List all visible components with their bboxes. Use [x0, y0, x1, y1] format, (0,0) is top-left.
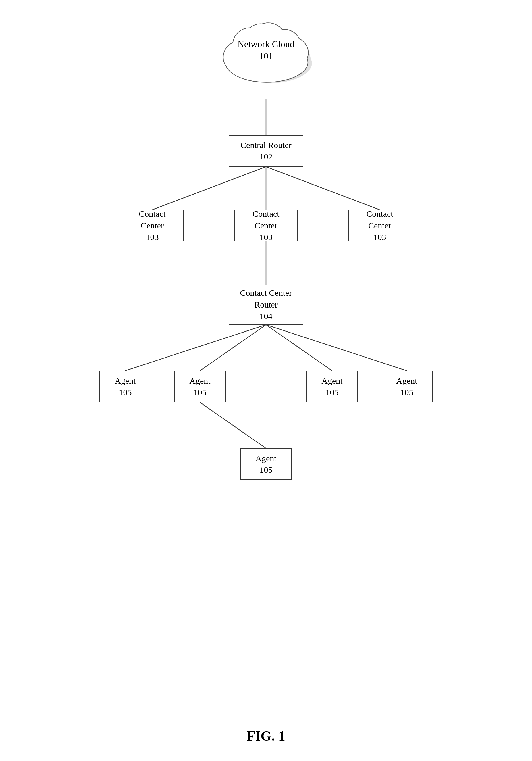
svg-line-8 — [266, 325, 407, 371]
agent-center-left-box: Agent 105 — [174, 371, 226, 402]
agent-far-left-box: Agent 105 — [99, 371, 151, 402]
svg-line-5 — [125, 325, 266, 371]
cloud-shape: Network Cloud 101 — [211, 17, 321, 86]
svg-line-3 — [266, 167, 380, 210]
agent-far-right-box: Agent 105 — [381, 371, 433, 402]
cloud-label: Network Cloud 101 — [238, 38, 294, 62]
network-cloud-node: Network Cloud 101 — [211, 17, 321, 92]
svg-line-6 — [200, 325, 266, 371]
figure-label: FIG. 1 — [247, 728, 285, 744]
contact-center-right-box: Contact Center 103 — [348, 210, 411, 241]
svg-line-7 — [266, 325, 332, 371]
agent-bottom-box: Agent 105 — [240, 448, 292, 480]
contact-center-left-box: Contact Center 103 — [121, 210, 184, 241]
svg-line-1 — [152, 167, 266, 210]
agent-center-right-box: Agent 105 — [306, 371, 358, 402]
svg-line-9 — [200, 402, 266, 448]
contact-center-router-box: Contact Center Router 104 — [229, 284, 303, 325]
central-router-box: Central Router 102 — [229, 135, 303, 167]
contact-center-middle-box: Contact Center 103 — [235, 210, 297, 241]
